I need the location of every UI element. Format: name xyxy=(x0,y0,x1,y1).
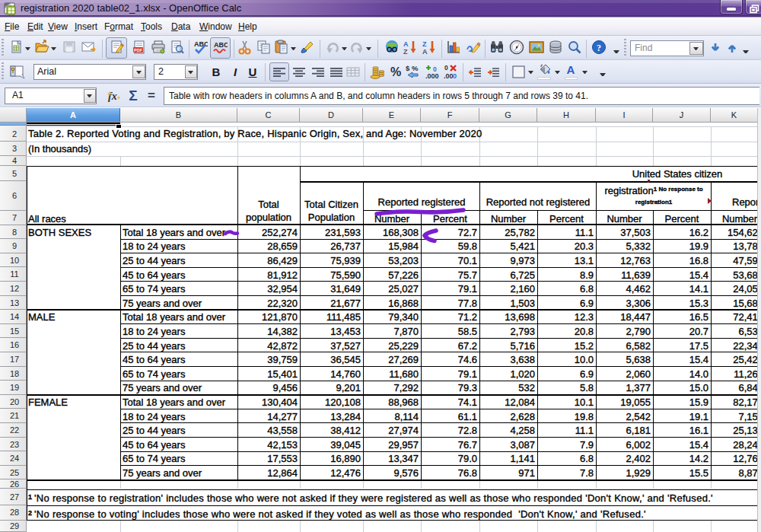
svg-text:.00: .00 xyxy=(444,72,454,80)
svg-text:0: 0 xyxy=(453,72,457,80)
svg-text:Z: Z xyxy=(422,40,427,48)
svg-text:$: $ xyxy=(406,64,410,72)
svg-text:?: ? xyxy=(597,43,601,53)
svg-text:Z: Z xyxy=(403,48,408,55)
svg-text:A: A xyxy=(422,48,428,55)
svg-text:ABC: ABC xyxy=(194,40,208,48)
svg-text:PDF: PDF xyxy=(134,48,143,53)
svg-text:ABC: ABC xyxy=(214,41,228,49)
svg-text:A: A xyxy=(403,40,409,48)
svg-text:.000: .000 xyxy=(425,72,439,80)
svg-text:0: 0 xyxy=(444,64,448,72)
svg-text:%: % xyxy=(412,64,419,72)
